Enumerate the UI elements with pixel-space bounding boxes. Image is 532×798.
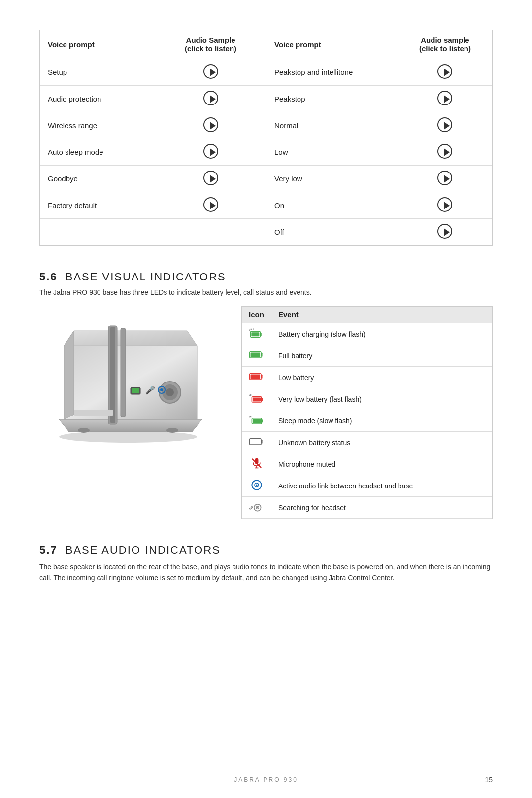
led-icon-searching [249,501,265,513]
indicator-row: Searching for headset [242,497,492,519]
led-icon-battery_very_low_flash: ''' [249,392,265,404]
device-image: 🎤 [39,306,227,519]
voice-prompt-label: Normal [266,112,398,139]
svg-rect-27 [251,353,261,357]
svg-rect-45 [250,439,261,445]
indicator-event-label: Microphone muted [271,453,492,475]
indicator-row: Unknown battery status [242,432,492,453]
led-icon-battery_full_green [249,349,265,361]
page-number: 15 [485,776,493,784]
table-row: Low [266,139,492,166]
indicator-row: Sleep mode (slow flash) [242,410,492,432]
indicator-event-label: Battery charging (slow flash) [271,323,492,345]
indicator-event-label: Very low battery (fast flash) [271,388,492,410]
svg-point-60 [257,507,258,508]
led-icon-mic_muted [249,457,265,469]
svg-point-18 [166,428,178,433]
indicator-icon-cell: ``` [242,323,271,345]
svg-rect-43 [253,419,261,423]
audio-sample-cell[interactable] [398,139,492,166]
audio-sample-cell[interactable] [398,219,492,245]
led-icon-battery_charging_green: ``` [249,327,265,339]
audio-sample-cell[interactable] [156,112,266,139]
section-56-content: 🎤 [39,306,493,519]
indicator-icon-cell [242,432,271,453]
audio-sample-cell[interactable] [398,112,492,139]
voice-prompt-label: Auto sleep mode [40,139,156,166]
table-row: Audio protection [40,86,266,112]
indicator-row: Active audio link between headset and ba… [242,475,492,497]
svg-rect-31 [261,375,263,378]
svg-marker-3 [64,331,197,346]
audio-sample-cell[interactable] [156,166,266,192]
svg-line-39 [249,417,250,418]
audio-sample-cell[interactable] [156,86,266,112]
audio-sample-cell[interactable] [156,139,266,166]
indicator-row: Low battery [242,367,492,388]
play-button[interactable] [437,224,452,239]
left-col2-header: Audio Sample (click to listen) [156,30,266,59]
section-57-text: The base speaker is located on the rear … [39,561,493,584]
play-button[interactable] [203,117,218,132]
table-row: Peakstop [266,86,492,112]
event-col-header: Event [271,307,492,323]
svg-rect-22 [260,333,262,336]
play-button[interactable] [203,171,218,185]
audio-sample-cell[interactable] [398,166,492,192]
svg-line-56 [252,506,253,508]
section-57-title: 5.7 BASE AUDIO INDICATORS [39,544,493,556]
play-button[interactable] [203,197,218,212]
table-row: Wireless range [40,112,266,139]
footer-brand: JABRA PRO 930 [39,776,493,783]
audio-sample-cell[interactable] [156,59,266,86]
indicators-table: Icon Event ``` Battery charging (slow fl… [241,306,493,519]
voice-prompt-label: Very low [266,166,398,192]
indicator-icon-cell [242,410,271,432]
voice-prompt-tables: Voice prompt Audio Sample (click to list… [39,30,493,246]
section-56: 5.6 BASE VISUAL INDICATORS The Jabra PRO… [39,271,493,519]
indicator-icon-cell [242,475,271,497]
play-button[interactable] [437,144,452,159]
indicator-row: Full battery [242,345,492,367]
indicator-event-label: Full battery [271,345,492,367]
left-col1-header: Voice prompt [40,30,156,59]
svg-marker-2 [64,346,197,419]
voice-prompt-label: Factory default [40,192,156,219]
svg-rect-28 [261,353,263,356]
svg-line-24 [251,328,251,330]
play-button[interactable] [437,117,452,132]
svg-rect-44 [262,419,263,422]
play-button[interactable] [203,144,218,159]
play-button[interactable] [437,91,452,105]
icon-col-header: Icon [242,307,271,323]
svg-marker-4 [64,331,74,419]
indicator-event-label: Unknown battery status [271,432,492,453]
voice-prompt-label: Peakstop and intellitone [266,59,398,86]
svg-rect-21 [251,332,259,336]
svg-rect-7 [121,328,126,417]
indicator-event-label: Sleep mode (slow flash) [271,410,492,432]
led-icon-headset_link [249,479,265,491]
voice-prompt-label: Peakstop [266,86,398,112]
table-row: Auto sleep mode [40,139,266,166]
left-voice-table: Voice prompt Audio Sample (click to list… [40,30,266,245]
audio-sample-cell[interactable] [156,192,266,219]
play-button[interactable] [437,171,452,185]
svg-rect-46 [261,440,263,443]
play-button[interactable] [203,64,218,79]
indicator-row: ``` Battery charging (slow flash) [242,323,492,345]
indicator-icon-cell [242,453,271,475]
led-icon-battery_low_red [249,371,265,382]
indicator-icon-cell: ''' [242,388,271,410]
voice-prompt-label: Goodbye [40,166,156,192]
play-button[interactable] [437,64,452,79]
right-voice-table: Voice prompt Audio sample (click to list… [266,30,492,245]
voice-prompt-label: Off [266,219,398,245]
indicator-event-label: Low battery [271,367,492,388]
audio-sample-cell[interactable] [398,86,492,112]
audio-sample-cell[interactable] [398,192,492,219]
section-56-subtitle: The Jabra PRO 930 base has three LEDs to… [39,288,493,296]
audio-sample-cell[interactable] [398,59,492,86]
play-button[interactable] [437,197,452,212]
play-button[interactable] [203,91,218,105]
